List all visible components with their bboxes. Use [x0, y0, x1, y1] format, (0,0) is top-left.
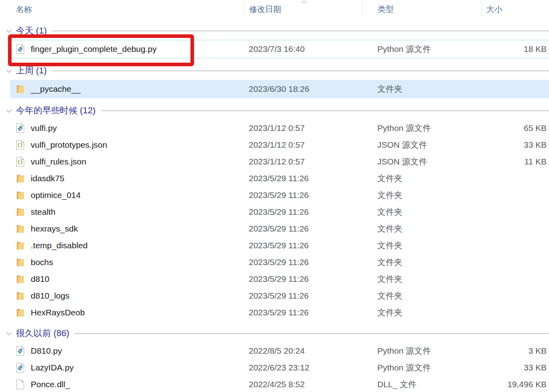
file-type: 文件夹: [363, 290, 481, 301]
file-date: 2023/5/29 11:26: [244, 274, 363, 284]
file-date: 2023/1/12 0:57: [244, 123, 363, 133]
chevron-down-icon[interactable]: [6, 107, 12, 113]
file-date: 2023/5/29 11:26: [244, 308, 363, 317]
file-type: 文件夹: [363, 307, 481, 318]
file-type: 文件夹: [363, 240, 481, 251]
group-header-earlier-this-year[interactable]: 今年的早些时候 (12): [0, 105, 549, 117]
file-name-cell: bochs: [0, 257, 244, 267]
file-row-d810-logs[interactable]: d810_logs 2023/5/29 11:26 文件夹: [0, 287, 549, 304]
file-date: 2023/5/29 11:26: [244, 190, 363, 200]
file-type: Python 源文件: [363, 44, 481, 55]
plain-file-icon: [16, 379, 25, 390]
file-row-hexraysdeob[interactable]: HexRaysDeob 2023/5/29 11:26 文件夹: [0, 304, 549, 321]
file-size: 65 KB: [481, 123, 549, 133]
group-header-last-week[interactable]: 上周 (1): [0, 65, 549, 77]
file-row-bochs[interactable]: bochs 2023/5/29 11:26 文件夹: [0, 254, 549, 271]
python-file-icon: [16, 346, 25, 356]
file-row-optimice[interactable]: optimice_014 2023/5/29 11:26 文件夹: [0, 187, 549, 204]
file-row-vulfi-prototypes[interactable]: vulfi_prototypes.json 2023/1/12 0:57 JSO…: [0, 137, 549, 153]
file-size: 19,496 KB: [481, 380, 549, 389]
file-row-idasdk75[interactable]: idasdk75 2023/5/29 11:26 文件夹: [0, 170, 549, 187]
file-name: Ponce.dll_: [31, 380, 70, 389]
folder-icon: [16, 190, 25, 200]
file-name: bochs: [31, 257, 53, 267]
file-size: 33 KB: [481, 140, 549, 150]
file-explorer-details-view: 名称 修改日期 类型 大小 今天 (1) finger_plugin_compl…: [0, 0, 549, 392]
column-header-size[interactable]: 大小: [481, 0, 549, 18]
file-type: 文件夹: [363, 257, 481, 268]
chevron-down-icon[interactable]: [6, 67, 12, 73]
file-date: 2023/1/12 0:57: [244, 140, 363, 150]
file-name: idasdk75: [31, 174, 64, 183]
file-type: JSON 源文件: [363, 139, 481, 150]
column-header-type[interactable]: 类型: [363, 0, 481, 18]
group-label: 上周 (1): [16, 65, 47, 77]
group-header-long-ago[interactable]: 很久以前 (86): [0, 327, 549, 339]
file-row-d810-py[interactable]: D810.py 2022/8/5 20:24 Python 源文件 3 KB: [0, 343, 549, 359]
file-row-hexrays-sdk[interactable]: hexrays_sdk 2023/5/29 11:26 文件夹: [0, 220, 549, 237]
file-date: 2023/5/29 11:26: [244, 241, 363, 250]
chevron-down-icon[interactable]: [6, 330, 12, 335]
file-name: stealth: [31, 207, 55, 217]
file-name: vulfi_rules.json: [31, 157, 86, 166]
file-type: 文件夹: [363, 223, 481, 234]
column-header-size-label: 大小: [486, 4, 502, 15]
file-name: d810: [31, 274, 50, 284]
file-row-ponce[interactable]: Ponce.dll_ 2022/4/25 8:52 DLL_ 文件 19,496…: [0, 376, 549, 392]
file-name-cell: HexRaysDeob: [0, 307, 244, 318]
file-row-stealth[interactable]: stealth 2023/5/29 11:26 文件夹: [0, 204, 549, 220]
file-date: 2023/5/29 11:26: [244, 257, 363, 267]
folder-icon: [16, 274, 25, 284]
folder-icon: [16, 257, 25, 267]
group-label: 今年的早些时候 (12): [16, 105, 95, 117]
file-type: 文件夹: [363, 83, 481, 95]
file-date: 2023/5/29 11:26: [244, 207, 363, 217]
folder-icon: [16, 173, 25, 184]
red-highlight-annotation: [8, 34, 194, 66]
file-name: HexRaysDeob: [31, 308, 85, 317]
folder-icon: [16, 291, 25, 301]
file-name-cell: Ponce.dll_: [0, 379, 244, 390]
json-file-icon: [16, 140, 25, 150]
file-date: 2023/5/29 11:26: [244, 224, 363, 234]
file-date: 2023/7/3 16:40: [244, 44, 363, 54]
file-size: 18 KB: [481, 44, 549, 54]
column-header-name[interactable]: 名称: [0, 0, 244, 18]
column-header-row: 名称 修改日期 类型 大小: [0, 0, 549, 18]
file-row-vulfi-py[interactable]: vulfi.py 2023/1/12 0:57 Python 源文件 65 KB: [0, 120, 549, 137]
file-name-cell: .temp_disabled: [0, 240, 244, 251]
file-name-cell: LazyIDA.py: [0, 362, 244, 373]
file-row-d810[interactable]: d810 2023/5/29 11:26 文件夹: [0, 271, 549, 287]
file-type: 文件夹: [363, 173, 481, 184]
group-label: 很久以前 (86): [16, 327, 69, 339]
file-size: 33 KB: [481, 363, 549, 372]
file-name: hexrays_sdk: [31, 224, 78, 234]
file-row-lazyida[interactable]: LazyIDA.py 2022/6/23 23:12 Python 源文件 33…: [0, 359, 549, 376]
folder-icon: [16, 84, 25, 94]
file-name: vulfi.py: [31, 123, 57, 133]
file-name-cell: vulfi.py: [0, 123, 244, 133]
folder-icon: [16, 307, 25, 318]
file-name-cell: hexrays_sdk: [0, 224, 244, 234]
chevron-down-icon[interactable]: [6, 28, 12, 33]
file-date: 2023/5/29 11:26: [244, 291, 363, 301]
file-type: Python 源文件: [363, 362, 481, 373]
column-header-date-label: 修改日期: [249, 4, 281, 15]
file-size: 11 KB: [481, 157, 549, 166]
file-type: 文件夹: [363, 206, 481, 218]
file-type: DLL_ 文件: [363, 379, 481, 390]
file-type: Python 源文件: [363, 123, 481, 134]
file-row-temp-disabled[interactable]: .temp_disabled 2023/5/29 11:26 文件夹: [0, 237, 549, 254]
file-date: 2022/8/5 20:24: [244, 346, 363, 356]
file-row-vulfi-rules[interactable]: vulfi_rules.json 2023/1/12 0:57 JSON 源文件…: [0, 153, 549, 170]
file-name-cell: __pycache__: [0, 84, 244, 94]
group-divider-line: [52, 71, 549, 71]
file-row-pycache[interactable]: __pycache__ 2023/6/30 18:26 文件夹: [0, 80, 549, 98]
file-type: 文件夹: [363, 273, 481, 285]
file-size: 3 KB: [481, 346, 549, 356]
file-name-cell: d810_logs: [0, 291, 244, 301]
file-name-cell: vulfi_prototypes.json: [0, 140, 244, 150]
group-divider-line: [52, 31, 549, 31]
folder-icon: [16, 207, 25, 217]
file-name-cell: stealth: [0, 207, 244, 217]
